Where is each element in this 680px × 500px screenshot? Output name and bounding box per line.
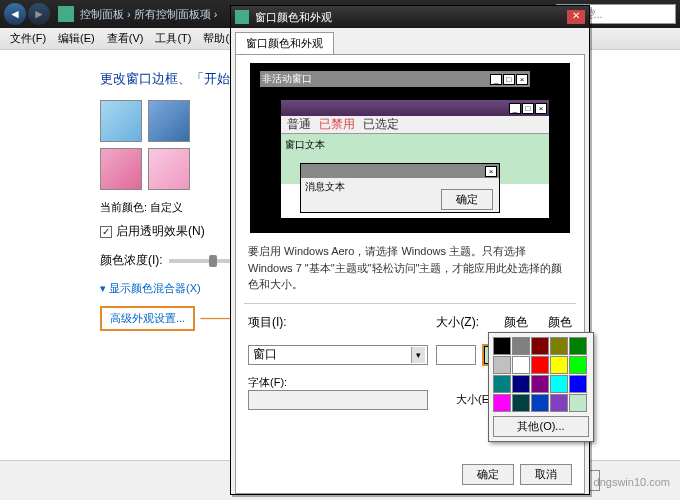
size-input[interactable] xyxy=(436,345,476,365)
close-icon[interactable]: ✕ xyxy=(567,10,585,24)
other-color-button[interactable]: 其他(O)... xyxy=(493,416,589,437)
dialog-titlebar[interactable]: 窗口颜色和外观 ✕ xyxy=(231,6,589,28)
color-cell[interactable] xyxy=(550,337,568,355)
preview-tab-normal: 普通 xyxy=(287,116,311,133)
color-swatch-4[interactable] xyxy=(148,148,190,190)
color-cell[interactable] xyxy=(493,337,511,355)
min-icon: _ xyxy=(509,103,521,114)
color-cell[interactable] xyxy=(550,356,568,374)
close-btn-icon: × xyxy=(516,74,528,85)
color-cell[interactable] xyxy=(493,394,511,412)
color-cell[interactable] xyxy=(569,356,587,374)
preview-area: 非活动窗口 _ □ × _ □ × xyxy=(250,63,570,233)
menu-file[interactable]: 文件(F) xyxy=(4,31,52,46)
advanced-appearance-link[interactable]: 高级外观设置... xyxy=(100,306,195,331)
font-combo[interactable] xyxy=(248,390,428,410)
dialog-icon xyxy=(235,10,249,24)
color-cell[interactable] xyxy=(531,356,549,374)
color-cell[interactable] xyxy=(493,356,511,374)
color-cell[interactable] xyxy=(550,394,568,412)
color-cell[interactable] xyxy=(512,375,530,393)
preview-tab-selected: 已选定 xyxy=(363,116,399,133)
nav-back-button[interactable]: ◄ xyxy=(4,3,26,25)
color-cell[interactable] xyxy=(512,356,530,374)
watermark: dngswin10.com xyxy=(594,476,670,488)
color-swatch-3[interactable] xyxy=(100,148,142,190)
color-cell[interactable] xyxy=(550,375,568,393)
color-cell[interactable] xyxy=(569,337,587,355)
preview-message-box: × 消息文本 确定 xyxy=(300,163,500,213)
tab-appearance[interactable]: 窗口颜色和外观 xyxy=(235,32,334,54)
color-swatch-1[interactable] xyxy=(100,100,142,142)
color-grid xyxy=(493,337,589,412)
separator xyxy=(244,303,576,304)
preview-ok-button: 确定 xyxy=(441,189,493,210)
menu-tools[interactable]: 工具(T) xyxy=(149,31,197,46)
cancel-button[interactable]: 取消 xyxy=(520,464,572,485)
personalization-icon xyxy=(58,6,74,22)
max-icon: □ xyxy=(503,74,515,85)
intensity-label: 颜色浓度(I): xyxy=(100,252,163,269)
transparency-checkbox[interactable]: ✓ xyxy=(100,226,112,238)
inactive-window-title: 非活动窗口 xyxy=(262,72,312,86)
close-btn-icon: × xyxy=(485,166,497,177)
color-cell[interactable] xyxy=(512,394,530,412)
tab-strip: 窗口颜色和外观 xyxy=(231,30,589,54)
menu-view[interactable]: 查看(V) xyxy=(101,31,150,46)
color-picker-popup: 其他(O)... xyxy=(488,332,594,442)
item-header: 项目(I): xyxy=(248,314,428,345)
hint-text: 要启用 Windows Aero，请选择 Windows 主题。只有选择 Win… xyxy=(248,243,572,293)
color-swatch-2[interactable] xyxy=(148,100,190,142)
color-cell[interactable] xyxy=(512,337,530,355)
dialog-buttons: 确定 取消 xyxy=(462,464,572,485)
size-header: 大小(Z): xyxy=(436,314,482,345)
item-combo[interactable]: 窗口 ▾ xyxy=(248,345,428,365)
close-btn-icon: × xyxy=(535,103,547,114)
menu-edit[interactable]: 编辑(E) xyxy=(52,31,101,46)
font-label: 字体(F): xyxy=(248,375,287,390)
chevron-down-icon: ▾ xyxy=(411,347,425,363)
dialog-title: 窗口颜色和外观 xyxy=(255,10,567,25)
ok-button[interactable]: 确定 xyxy=(462,464,514,485)
min-icon: _ xyxy=(490,74,502,85)
item-combo-value: 窗口 xyxy=(253,346,277,363)
color-cell[interactable] xyxy=(531,394,549,412)
preview-tab-disabled: 已禁用 xyxy=(319,116,355,133)
color-cell[interactable] xyxy=(531,375,549,393)
max-icon: □ xyxy=(522,103,534,114)
color-cell[interactable] xyxy=(531,337,549,355)
color-cell[interactable] xyxy=(569,375,587,393)
transparency-label: 启用透明效果(N) xyxy=(116,223,205,240)
color-cell[interactable] xyxy=(569,394,587,412)
color-cell[interactable] xyxy=(493,375,511,393)
nav-forward-button[interactable]: ► xyxy=(28,3,50,25)
